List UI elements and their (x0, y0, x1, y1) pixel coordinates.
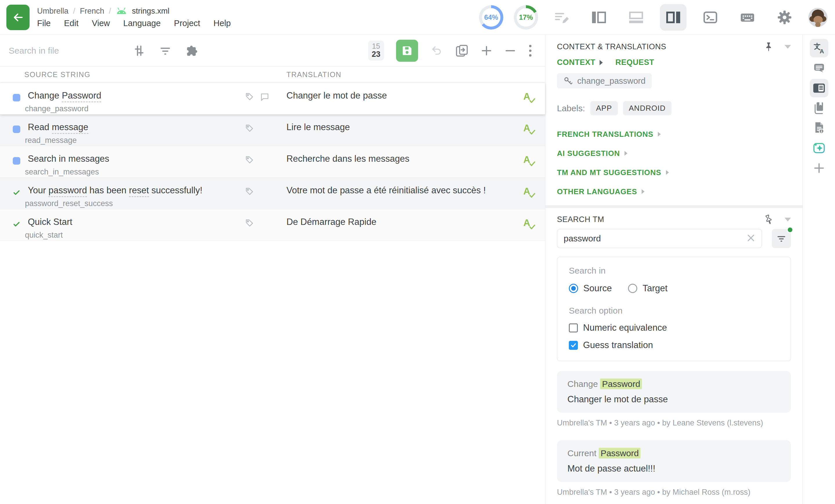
string-key: search_in_messages (25, 168, 99, 176)
add-string-icon[interactable] (481, 45, 492, 57)
translation-text: Lire le message (286, 122, 350, 132)
comments-panel-icon[interactable] (810, 59, 828, 77)
approved-check-icon (13, 189, 20, 196)
breadcrumb-file[interactable]: strings.xml (132, 7, 169, 16)
proofread-icon[interactable]: A (523, 217, 537, 231)
approved-check-icon (13, 220, 20, 228)
save-button[interactable] (396, 40, 418, 62)
source-string-text: Search in messages (28, 154, 109, 164)
undo-icon[interactable] (430, 45, 443, 57)
context-card-panel-icon[interactable] (810, 79, 828, 98)
search-in-caption: Search in (569, 266, 779, 276)
context-panel-header: CONTEXT & TRANSLATIONS (557, 42, 791, 51)
table-row[interactable]: Search in messages search_in_messages Re… (0, 146, 545, 178)
table-header: SOURCE STRING TRANSLATION (0, 67, 545, 83)
approved-progress-ring[interactable]: 17% (514, 5, 538, 29)
more-options-kebab-icon[interactable] (528, 44, 532, 57)
keyboard-icon[interactable] (734, 4, 761, 31)
section-other-languages[interactable]: OTHER LANGUAGES (557, 182, 791, 201)
tm-result-card[interactable]: Change Password Changer le mot de passe (557, 371, 791, 413)
proofread-icon[interactable]: A (523, 91, 537, 105)
translated-progress-ring[interactable]: 64% (479, 5, 503, 29)
pin-icon[interactable] (764, 42, 773, 51)
label-chip-app[interactable]: APP (590, 101, 618, 115)
draft-edit-icon[interactable] (549, 4, 575, 31)
breadcrumb-language[interactable]: French (80, 7, 104, 16)
menu-file[interactable]: File (37, 19, 51, 28)
file-info-icon[interactable] (810, 119, 828, 138)
search-tm-title: SEARCH TM (557, 215, 764, 224)
menu-project[interactable]: Project (174, 19, 200, 28)
translation-text: Votre mot de passe a été réinitialisé av… (286, 185, 486, 196)
breadcrumb-project[interactable]: Umbrella (37, 7, 68, 16)
comment-icon[interactable] (260, 93, 269, 102)
proofread-icon[interactable]: A (523, 123, 537, 136)
console-icon[interactable] (697, 4, 724, 31)
chevron-down-icon[interactable] (785, 218, 791, 222)
remove-string-icon[interactable] (505, 45, 516, 57)
search-option-checkboxes: Numeric equivalence Guess translation (569, 322, 779, 350)
proofread-icon[interactable]: A (523, 186, 537, 200)
add-panel-plus-icon[interactable] (810, 159, 828, 177)
back-button[interactable] (6, 5, 29, 30)
ai-assistant-icon[interactable] (810, 139, 828, 158)
menu-edit[interactable]: Edit (64, 19, 79, 28)
option-label: Numeric equivalence (583, 322, 667, 333)
display-settings-icon[interactable] (134, 45, 145, 57)
checkbox-guess-translation[interactable]: Guess translation (569, 340, 779, 350)
right-panel-layout-button[interactable] (660, 4, 687, 31)
tm-filter-button[interactable] (772, 229, 791, 248)
section-french-translations[interactable]: FRENCH TRANSLATIONS (557, 125, 791, 144)
tab-context[interactable]: CONTEXT (557, 58, 603, 67)
section-tm-mt-suggestions[interactable]: TM AND MT SUGGESTIONS (557, 163, 791, 182)
tag-icon[interactable] (245, 155, 254, 165)
proofread-icon[interactable]: A (523, 154, 537, 168)
table-row[interactable]: Your password has been reset successfull… (0, 178, 545, 209)
translations-panel-icon[interactable]: A (810, 39, 828, 57)
label-chip-android[interactable]: ANDROID (623, 101, 671, 115)
source-string-text: Your password has been reset successfull… (28, 185, 202, 196)
string-key-chip[interactable]: change_password (557, 73, 652, 88)
menu-view[interactable]: View (92, 19, 110, 28)
radio-target[interactable]: Target (628, 283, 667, 294)
menu-language[interactable]: Language (123, 19, 161, 28)
editor-app: Umbrella / French / strings.xml File Edi… (0, 0, 835, 504)
editor-toolbar: 15 23 (0, 35, 545, 67)
tab-request[interactable]: REQUEST (615, 58, 654, 67)
radio-source[interactable]: Source (569, 283, 612, 294)
unpin-icon[interactable] (763, 213, 774, 226)
translation-text: Changer le mot de passe (286, 90, 387, 101)
source-string-text: Read message (28, 122, 88, 132)
plugins-puzzle-icon[interactable] (186, 45, 198, 57)
string-key: read_message (25, 136, 77, 145)
user-avatar[interactable] (808, 8, 828, 27)
search-in-file-input[interactable] (9, 46, 125, 56)
left-panel-layout-button[interactable] (586, 4, 612, 31)
tag-icon[interactable] (245, 124, 254, 133)
duplicate-string-icon[interactable] (455, 44, 469, 57)
tm-search-box (557, 229, 762, 248)
gear-icon[interactable] (771, 4, 798, 31)
svg-text:A: A (820, 48, 824, 55)
filter-strings-icon[interactable] (160, 45, 171, 57)
tm-search-input[interactable] (564, 234, 747, 244)
tm-source-text: Current Password (567, 448, 780, 458)
chevron-down-icon[interactable] (785, 45, 791, 49)
clear-search-icon[interactable] (747, 234, 755, 244)
tag-icon[interactable] (245, 187, 254, 197)
glossary-book-icon[interactable] (810, 99, 828, 118)
tag-icon[interactable] (245, 92, 254, 102)
checkbox-numeric-equivalence[interactable]: Numeric equivalence (569, 322, 779, 333)
menu-help[interactable]: Help (213, 19, 231, 28)
tm-result-card[interactable]: Current Password Mot de passe actuel!!! (557, 440, 791, 482)
table-row[interactable]: Read message read_message Lire le messag… (0, 114, 545, 146)
collapse-arrow-icon (599, 60, 603, 65)
tm-search-options-card: Search in Source Target Search option Nu… (557, 257, 791, 361)
table-row[interactable]: Quick Start quick_start De Démarrage Rap… (0, 209, 545, 241)
table-row[interactable]: Change Password change_password Changer … (0, 83, 545, 114)
bottom-panel-layout-button[interactable] (623, 4, 649, 31)
section-ai-suggestion[interactable]: AI SUGGESTION (557, 144, 791, 163)
content-area: 15 23 (0, 35, 835, 504)
tag-icon[interactable] (245, 218, 254, 228)
string-key: change_password (25, 104, 88, 113)
